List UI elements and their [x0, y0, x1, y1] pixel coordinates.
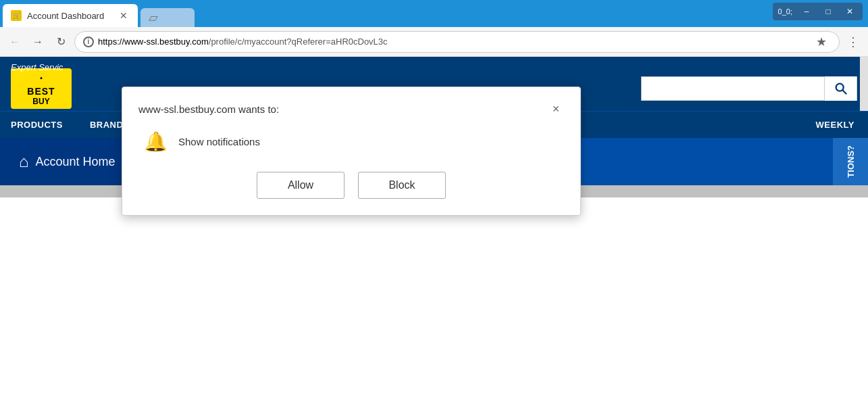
window-controls: 0_0; – □ ✕ — [773, 0, 863, 27]
bestbuy-logo[interactable]: · BEST BUY — [11, 68, 72, 109]
url-origin: https://www-ssl.bestbuy.com — [98, 37, 209, 47]
reload-button[interactable]: ↻ — [51, 32, 70, 51]
back-button[interactable]: ← — [5, 32, 24, 51]
permission-dialog: www-ssl.bestbuy.com wants to: × 🔔 Show n… — [122, 87, 581, 216]
nav-products[interactable]: PRODUCTS — [11, 120, 63, 130]
url-bar[interactable]: i https://www-ssl.bestbuy.com/profile/c/… — [74, 31, 840, 53]
bookmark-button[interactable]: ★ — [812, 32, 831, 51]
title-bar: 🛒 Account Dashboard ✕ ▱ 0_0; – □ ✕ — [0, 0, 868, 27]
dialog-close-button[interactable]: × — [548, 101, 564, 117]
search-button[interactable] — [824, 76, 857, 101]
svg-point-0 — [836, 84, 843, 91]
home-icon: ⌂ — [19, 152, 29, 171]
tab-favicon: 🛒 — [11, 10, 22, 21]
window-app-label: 0_0; — [778, 7, 792, 16]
nav-weekly[interactable]: Weekly — [816, 120, 854, 130]
expert-service-text: Expert Servic — [11, 62, 63, 72]
window-controls-area: 0_0; – □ ✕ — [773, 3, 863, 20]
dialog-buttons: Allow Block — [138, 172, 564, 199]
account-home-label: Account Home — [36, 155, 116, 169]
search-input[interactable] — [642, 77, 824, 100]
bell-icon: 🔔 — [144, 131, 168, 153]
tab-active[interactable]: 🛒 Account Dashboard ✕ — [3, 4, 138, 27]
tab-inactive-label: ▱ — [149, 10, 158, 25]
tab-active-label: Account Dashboard — [27, 11, 104, 21]
svg-line-1 — [842, 90, 846, 94]
url-path: /profile/c/myaccount?qReferer=aHR0cDovL3… — [209, 37, 388, 47]
logo-best: BEST — [27, 86, 55, 97]
search-box[interactable] — [641, 76, 857, 101]
window-frame: 🛒 Account Dashboard ✕ ▱ 0_0; – □ ✕ ← → ↻… — [0, 0, 868, 401]
side-tab-text: TIONS? — [846, 145, 856, 178]
page-content: Expert Servic · BEST BUY — [0, 57, 868, 401]
search-icon — [834, 81, 848, 96]
account-home-nav-item[interactable]: ⌂ Account Home — [0, 138, 135, 185]
allow-button[interactable]: Allow — [257, 172, 344, 199]
forward-button[interactable]: → — [28, 32, 47, 51]
close-button[interactable]: ✕ — [842, 4, 857, 19]
scrollbar[interactable] — [860, 57, 868, 111]
block-button[interactable]: Block — [358, 172, 446, 199]
tab-close-button[interactable]: ✕ — [118, 9, 130, 22]
restore-button[interactable]: □ — [821, 4, 836, 19]
logo-buy: BUY — [32, 97, 49, 106]
side-tab[interactable]: TIONS? — [833, 138, 868, 185]
dialog-body: 🔔 Show notifications — [138, 131, 564, 153]
chrome-menu-button[interactable]: ⋮ — [844, 32, 863, 51]
notification-text: Show notifications — [178, 136, 260, 147]
minimize-button[interactable]: – — [799, 4, 814, 19]
tab-inactive[interactable]: ▱ — [141, 8, 195, 27]
dialog-origin-text: www-ssl.bestbuy.com wants to: — [138, 103, 279, 115]
logo-dot: · — [39, 72, 43, 86]
url-text: https://www-ssl.bestbuy.com/profile/c/my… — [98, 37, 808, 47]
dialog-header: www-ssl.bestbuy.com wants to: × — [138, 101, 564, 117]
tab-bar: 🛒 Account Dashboard ✕ ▱ — [0, 0, 195, 27]
ssl-info-icon[interactable]: i — [83, 37, 94, 47]
address-bar: ← → ↻ i https://www-ssl.bestbuy.com/prof… — [0, 27, 868, 57]
